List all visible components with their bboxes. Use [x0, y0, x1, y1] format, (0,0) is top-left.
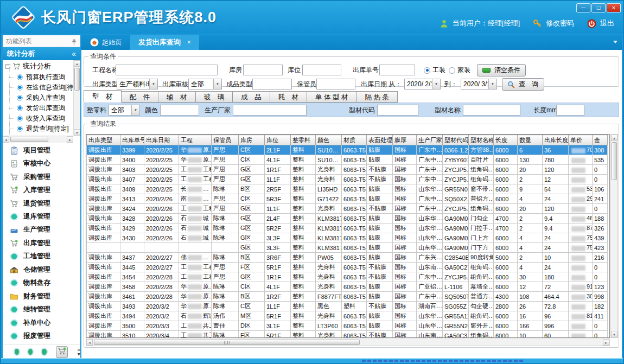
table-row[interactable]: G区3L3F整料KLM38176063-T5贴膜国标山东华…GA90M09…门下… [87, 243, 608, 253]
table-row[interactable]: 调拨出库34302020/2/26石城陈琳G区3L3F整料KLM38176063… [87, 233, 608, 243]
tree-item[interactable]: 发货出库查询 [3, 103, 73, 113]
grid-horizontal-scrollbar[interactable]: ◄ ► [86, 339, 610, 346]
sidebar-section-header[interactable]: 统计分析 « [3, 47, 80, 60]
module-dot-icon[interactable] [15, 349, 19, 355]
column-header[interactable]: 出库单号 [120, 135, 144, 145]
tree-item[interactable]: 预算执行查询 [3, 72, 73, 82]
tree-item[interactable]: 在途信息查询[待 [3, 82, 73, 93]
module-item[interactable]: 补单中心 [3, 317, 80, 328]
tree-item[interactable]: 采购入库查询 [3, 93, 73, 103]
whole-part-select[interactable]: 全部▼ [109, 105, 140, 116]
column-header[interactable]: 颜色 [316, 135, 342, 145]
scroll-down-icon[interactable]: ▼ [74, 129, 80, 136]
module-item[interactable]: 项目管理 [3, 145, 80, 156]
product-type-input[interactable] [252, 79, 292, 90]
table-row[interactable]: 调拨出库35002020/3/3工共工程曹佳D区3L1F整料LT3P606063… [87, 321, 608, 331]
warehouse-input[interactable] [243, 65, 283, 75]
scrollbar-thumb[interactable] [10, 137, 48, 142]
tree-root[interactable]: − 统计分析 [3, 60, 73, 72]
module-item[interactable]: 退货管理 [3, 198, 80, 209]
column-header[interactable]: 材质 [342, 135, 367, 145]
scroll-left-icon[interactable]: ◄ [86, 339, 93, 346]
column-header[interactable]: 单价 [569, 135, 593, 145]
more-modules-chevron[interactable]: »▾ [77, 348, 80, 356]
material-tab[interactable]: 辅 材 [158, 91, 196, 103]
maker-input[interactable] [233, 105, 307, 116]
module-item[interactable]: 财务管理 [3, 291, 80, 302]
scroll-up-icon[interactable]: ▲ [74, 60, 80, 67]
table-row[interactable]: 调拨出库34582020/2/28华原…陈琳C区4L1F整料光身料6063-T5… [87, 282, 608, 292]
table-row[interactable]: 调拨出库34072020/2/25工工程严思G区1L1F整料光身料6063-T5… [87, 175, 608, 184]
keeper-input[interactable] [316, 79, 355, 90]
table-row[interactable]: 调拨出库35102020/3/4工共工程陈琳F区5R1F整料光身料6063-T5… [87, 331, 608, 339]
module-item[interactable]: 退库管理 [3, 211, 80, 222]
collapse-icon[interactable]: « [72, 47, 76, 60]
date-to-select[interactable]: 2020/ 3/16▼ [461, 79, 497, 90]
search-button[interactable]: 查 询 [502, 78, 544, 91]
scroll-down-icon[interactable]: ▼ [611, 331, 617, 337]
name-input[interactable] [463, 105, 520, 116]
column-header[interactable]: 长度 [494, 135, 518, 145]
close-button[interactable]: × [607, 3, 621, 12]
scroll-left-icon[interactable]: ◄ [3, 136, 9, 143]
material-tab[interactable]: 耗 材 [270, 91, 308, 103]
radio-gongzhuang[interactable]: 工装 [424, 65, 445, 76]
clear-conditions-button[interactable]: 清空条件 [477, 64, 526, 76]
material-tab[interactable]: 配 件 [122, 91, 159, 103]
column-header[interactable]: 型材代码 [443, 135, 469, 145]
out-type-select[interactable]: 生产领料出库▼ [117, 79, 158, 90]
column-header[interactable]: 数量 [518, 135, 543, 145]
column-header[interactable]: 金 [593, 135, 608, 145]
tab-overflow-chevron-icon[interactable] [613, 41, 617, 43]
maximize-button[interactable]: □ [591, 3, 606, 12]
table-row[interactable]: 调拨出库34282020/2/26石城陈琳G区2L4F整料KLM38176063… [87, 214, 608, 223]
scrollbar-thumb[interactable] [94, 340, 360, 345]
cart-module-button[interactable] [56, 346, 68, 358]
module-item[interactable]: 采购管理 [3, 171, 80, 182]
module-item[interactable]: 工地管理 [3, 251, 80, 262]
table-row[interactable]: 调拨出库34132020/2/26南…严思C区5R3F整料G714226063-… [87, 194, 608, 204]
out-no-input[interactable] [379, 65, 415, 75]
scrollbar-thumb[interactable] [612, 142, 617, 180]
column-header[interactable]: 保管员 [212, 135, 239, 145]
table-row[interactable]: 调拨出库34542020/2/28工工程严思G区1R1F整料光身料6063-T5… [87, 272, 608, 282]
material-tab[interactable]: 型 材 [84, 90, 122, 103]
tree-item[interactable]: 退货查询[待定] [3, 124, 73, 134]
module-item[interactable]: 报废管理 [3, 331, 80, 342]
project-name-input[interactable] [116, 65, 218, 75]
table-row[interactable]: 调拨出库33992020/2/25华原…严思C区2L1F整料SU10…6063-… [87, 145, 608, 155]
column-header[interactable]: 工程 [179, 135, 212, 145]
length-input[interactable] [556, 105, 584, 116]
grid-vertical-scrollbar[interactable]: ▲ ▼ [610, 134, 618, 338]
module-item[interactable]: 结转管理 [3, 304, 80, 315]
column-header[interactable]: 型材名称 [469, 135, 494, 145]
radio-jiazhuang[interactable]: 家装 [449, 65, 470, 76]
module-item[interactable]: 审核中心 [3, 158, 80, 169]
material-tab[interactable]: 单 体 型 材 [307, 91, 356, 103]
logout-link[interactable]: 退出 [600, 18, 614, 28]
column-header[interactable]: 出库日期 [144, 135, 179, 145]
tab-shipping-query[interactable]: 发货出库查询 × [130, 35, 199, 50]
table-row[interactable]: 调拨出库34002020/2/25华原…严思C区4L1F整料SU10…6063-… [87, 155, 608, 165]
column-header[interactable]: 出库类型 [87, 135, 120, 145]
tree-horizontal-scrollbar[interactable]: ◄ ► [3, 136, 73, 143]
tree-vertical-scrollbar[interactable]: ▲ ▼ [73, 60, 80, 136]
tab-home[interactable]: 起始页 [84, 36, 128, 49]
date-from-select[interactable]: 2020/ 2/16▼ [404, 79, 441, 90]
table-row[interactable]: 调拨出库34372020/2/27佛…陈琳B区3R6F整料PW056063-T5… [87, 253, 608, 263]
column-header[interactable]: 库房 [239, 135, 265, 145]
module-dot-icon[interactable] [42, 349, 46, 355]
material-tab[interactable]: 成 品 [233, 91, 270, 103]
location-input[interactable] [302, 65, 341, 75]
module-item[interactable]: 入库管理 [3, 185, 80, 196]
module-item[interactable]: 生产管理 [3, 225, 80, 235]
table-row[interactable]: 调拨出库34612020/2/28华原…陈琳B区1R2F整料F8877FT606… [87, 292, 608, 302]
module-dot-icon[interactable] [28, 349, 33, 355]
table-row[interactable]: 调拨出库34292020/2/26石城陈琳G区5R2F整料KLM38176063… [87, 223, 608, 233]
tab-close-icon[interactable]: × [187, 39, 191, 46]
table-row[interactable]: 调拨出库34932020/3/2华原…陈琳C区1L1F整料黑色塑料不贴膜国标湖南… [87, 302, 608, 311]
radio-selected-icon[interactable] [424, 67, 430, 74]
column-header[interactable]: 生产厂家 [417, 135, 443, 145]
audit-select[interactable]: 全部▼ [188, 79, 222, 90]
pin-icon[interactable] [71, 37, 78, 44]
